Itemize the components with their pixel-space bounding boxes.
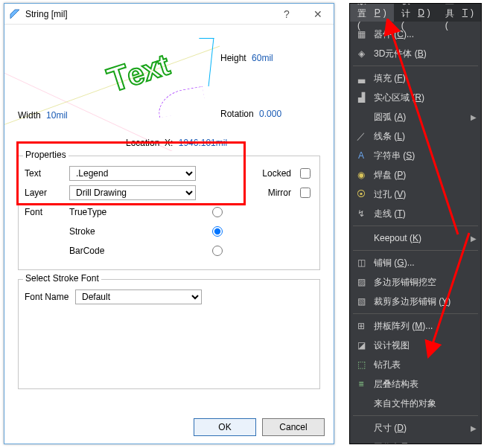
menu-item-5[interactable]: 圆弧 (A)▶: [350, 107, 481, 127]
menu-item-25[interactable]: 工作向导 (W)▶: [350, 438, 481, 444]
font-name-select[interactable]: Default: [75, 289, 202, 304]
menu-item-label: 层叠结构表: [374, 378, 477, 391]
view-icon: ◪: [354, 339, 368, 352]
menu-separator: [353, 250, 478, 251]
stroke-radio[interactable]: [212, 226, 223, 237]
cancel-button[interactable]: Cancel: [262, 418, 325, 436]
menu-separator: [353, 65, 478, 66]
solid-icon: ▟: [354, 91, 368, 104]
height-label: Height 60mil: [220, 53, 273, 63]
locked-checkbox[interactable]: [300, 168, 311, 179]
stack-icon: ≡: [354, 377, 368, 391]
dialog-title: String [mil]: [25, 9, 271, 19]
place-menu-panel: 放置 (P)设计 (D)工具 (T) ▦器件 (C)...◈3D元件体 (B)▃…: [349, 3, 482, 444]
locked-label: Locked: [251, 168, 296, 179]
properties-fieldset: Properties Text .Legend Locked Layer Dri…: [18, 156, 320, 270]
menu-item-label: 走线 (T): [374, 208, 477, 220]
text-select[interactable]: .Legend: [69, 166, 196, 181]
cut-icon: ▨: [354, 275, 368, 289]
grid-icon: ⊞: [354, 319, 368, 333]
menu-tab-t[interactable]: 工具 (T): [438, 4, 481, 22]
menu-item-8[interactable]: ◉焊盘 (P): [350, 165, 481, 185]
app-icon: [9, 8, 21, 20]
menu-item-label: 铺铜 (G)...: [374, 257, 477, 269]
height-value[interactable]: 60mil: [252, 53, 273, 63]
menu-tab-d[interactable]: 设计 (D): [394, 4, 438, 22]
menu-item-6[interactable]: ／线条 (L): [350, 127, 481, 146]
menu-item-label: 过孔 (V): [374, 188, 477, 201]
menu-item-label: 填充 (F): [374, 72, 477, 85]
location-y-label: Y: -1117.552mil: [161, 150, 226, 151]
mirror-checkbox[interactable]: [300, 188, 311, 198]
menu-item-4[interactable]: ▟实心区域 (R): [350, 88, 481, 107]
help-button[interactable]: ?: [271, 4, 302, 25]
menu-item-7[interactable]: A字符串 (S): [350, 146, 481, 165]
width-value[interactable]: 10mil: [46, 110, 68, 121]
menu-item-10[interactable]: ↯走线 (T): [350, 204, 481, 223]
menu-item-0[interactable]: ▦器件 (C)...: [350, 25, 481, 44]
svg-text:ext: ext: [122, 48, 173, 92]
submenu-arrow-icon: ▶: [471, 444, 477, 445]
blank-icon: [354, 397, 368, 410]
blank-icon: [354, 421, 368, 435]
menu-item-label: 实心区域 (R): [374, 92, 477, 104]
font-name-label: Font Name: [25, 292, 75, 302]
submenu-arrow-icon: ▶: [471, 424, 477, 432]
stroke-font-legend: Select Stroke Font: [23, 273, 101, 284]
drill-icon: ⬚: [354, 358, 368, 371]
submenu-arrow-icon: ▶: [471, 234, 477, 243]
close-button[interactable]: ✕: [302, 4, 334, 25]
layer-label: Layer: [25, 188, 69, 198]
ok-button[interactable]: OK: [194, 418, 256, 436]
menu-item-14[interactable]: ◫铺铜 (G)...: [350, 253, 481, 272]
menu-tab-p[interactable]: 放置 (P): [350, 4, 394, 22]
text-art: T ext: [101, 36, 213, 106]
menu-item-label: 器件 (C)...: [374, 28, 477, 41]
menu-item-label: 来自文件的对象: [374, 397, 477, 410]
menu-item-label: 线条 (L): [374, 130, 477, 143]
menu-item-21[interactable]: ≡层叠结构表: [350, 374, 481, 394]
menu-item-15[interactable]: ▨多边形铺铜挖空: [350, 272, 481, 292]
menu-item-1[interactable]: ◈3D元件体 (B): [350, 44, 481, 63]
line-icon: ／: [354, 129, 368, 143]
blank-icon: [354, 441, 368, 444]
menu-item-label: 工作向导 (W): [374, 441, 465, 445]
menu-item-3[interactable]: ▃填充 (F): [350, 68, 481, 88]
location-label: Location X: 1946.101mil: [126, 138, 227, 148]
place-menu-list: ▦器件 (C)...◈3D元件体 (B)▃填充 (F)▟实心区域 (R)圆弧 (…: [350, 22, 481, 444]
location-y-value[interactable]: -1117.552mil: [174, 150, 226, 151]
menu-item-label: 裁剪多边形铺铜 (Y): [374, 295, 477, 308]
menu-item-16[interactable]: ▧裁剪多边形铺铜 (Y): [350, 292, 481, 311]
menu-item-20[interactable]: ⬚钻孔表: [350, 355, 481, 374]
menu-item-label: 拼板阵列 (M)...: [374, 320, 477, 333]
menu-item-18[interactable]: ⊞拼板阵列 (M)...: [350, 316, 481, 336]
menu-item-label: 尺寸 (D): [374, 422, 465, 435]
menu-item-label: 多边形铺铜挖空: [374, 276, 477, 289]
mirror-label: Mirror: [251, 188, 296, 198]
truetype-label: TrueType: [69, 207, 196, 217]
menu-item-22[interactable]: 来自文件的对象: [350, 394, 481, 413]
slice-icon: ▧: [354, 295, 368, 308]
truetype-radio[interactable]: [212, 207, 223, 217]
location-x-value[interactable]: 1946.101mil: [179, 138, 227, 148]
properties-legend: Properties: [23, 150, 69, 160]
menu-item-9[interactable]: ⦿过孔 (V): [350, 185, 481, 204]
rotation-value[interactable]: 0.000: [259, 109, 281, 119]
menu-separator: [353, 415, 478, 416]
layer-select[interactable]: Drill Drawing: [69, 185, 196, 200]
titlebar[interactable]: String [mil] ? ✕: [4, 4, 334, 25]
barcode-radio[interactable]: [212, 246, 223, 256]
menu-item-19[interactable]: ◪设计视图: [350, 336, 481, 355]
string-properties-dialog: String [mil] ? ✕ T ext Height 60mil Widt…: [4, 3, 334, 444]
preview-area: T ext Height 60mil Width 10mil Rotation …: [4, 25, 334, 151]
fill-icon: ▃: [354, 71, 368, 85]
font-label: Font: [25, 207, 69, 217]
menu-item-12[interactable]: Keepout (K)▶: [350, 228, 481, 248]
menu-item-label: 钻孔表: [374, 359, 477, 371]
text-label: Text: [25, 168, 69, 179]
via-icon: ⦿: [354, 188, 368, 201]
menu-item-24[interactable]: 尺寸 (D)▶: [350, 418, 481, 438]
menu-item-label: Keepout (K): [374, 233, 465, 243]
menu-item-label: 3D元件体 (B): [374, 48, 477, 60]
submenu-arrow-icon: ▶: [471, 113, 477, 121]
